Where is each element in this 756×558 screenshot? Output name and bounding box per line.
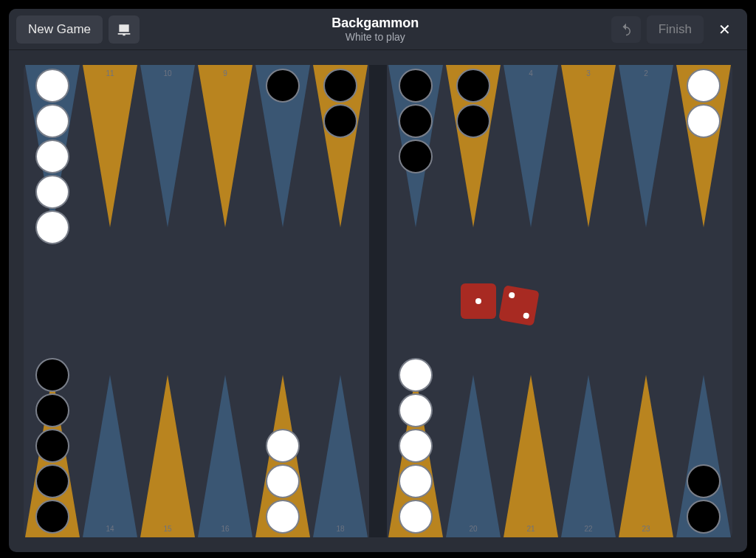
point-triangle [561, 65, 616, 227]
die-1[interactable] [461, 283, 496, 319]
point-5[interactable]: 5 [444, 65, 502, 301]
black-checker[interactable] [456, 69, 490, 103]
window-title: Backgammon [145, 16, 605, 31]
point-18[interactable]: 18 [312, 301, 369, 537]
point-23[interactable]: 23 [617, 301, 675, 537]
point-14[interactable]: 14 [81, 301, 139, 537]
point-11[interactable]: 11 [81, 65, 139, 301]
point-22[interactable]: 22 [560, 301, 617, 537]
board-right-half: 654321 192021222324 [387, 65, 732, 537]
point-triangle [83, 65, 137, 227]
point-1[interactable]: 1 [675, 65, 732, 301]
black-checker[interactable] [35, 464, 69, 498]
point-20[interactable]: 20 [444, 301, 502, 537]
white-checker[interactable] [35, 210, 69, 244]
point-triangle [83, 375, 137, 537]
black-checker[interactable] [323, 69, 357, 103]
black-checker[interactable] [399, 104, 433, 138]
point-2[interactable]: 2 [617, 65, 675, 301]
point-triangle [198, 375, 252, 537]
title-block: Backgammon White to play [145, 16, 605, 44]
white-checker[interactable] [35, 69, 69, 103]
black-checker[interactable] [35, 358, 69, 392]
undo-button[interactable] [611, 16, 641, 43]
black-checker[interactable] [323, 104, 357, 138]
point-12[interactable]: 12 [24, 65, 81, 301]
white-checker[interactable] [266, 464, 300, 498]
home-bottom-row: 192021222324 [387, 301, 732, 537]
window-subtitle: White to play [145, 31, 605, 43]
white-checker[interactable] [266, 500, 300, 534]
point-13[interactable]: 13 [24, 301, 81, 537]
white-checker[interactable] [399, 393, 433, 427]
die-pip [509, 292, 515, 298]
checker-stack [24, 357, 81, 534]
point-16[interactable]: 16 [196, 301, 254, 537]
black-checker[interactable] [35, 393, 69, 427]
white-checker[interactable] [399, 358, 433, 392]
black-checker[interactable] [399, 140, 433, 173]
point-21[interactable]: 21 [502, 301, 560, 537]
point-17[interactable]: 17 [254, 301, 312, 537]
point-19[interactable]: 19 [387, 301, 444, 537]
checker-stack [387, 357, 444, 534]
point-triangle [504, 375, 558, 537]
white-checker[interactable] [399, 464, 433, 498]
point-7[interactable]: 7 [312, 65, 369, 301]
finish-button[interactable]: Finish [647, 16, 704, 44]
point-10[interactable]: 10 [139, 65, 196, 301]
close-icon: ✕ [718, 21, 731, 38]
white-checker[interactable] [399, 429, 433, 463]
board-container: 121110987 131415161718 654321 1920212223… [9, 50, 747, 552]
black-checker[interactable] [35, 500, 69, 534]
backgammon-board: 121110987 131415161718 654321 1920212223… [24, 65, 732, 537]
point-9[interactable]: 9 [196, 65, 254, 301]
checker-stack [312, 68, 369, 139]
outer-top-row: 121110987 [24, 65, 369, 301]
point-15[interactable]: 15 [139, 301, 196, 537]
home-top-row: 654321 [387, 65, 732, 301]
ai-player-button[interactable] [109, 16, 140, 44]
die-pip [523, 312, 529, 319]
point-6[interactable]: 6 [387, 65, 444, 301]
black-checker[interactable] [687, 500, 721, 534]
app-window: New Game Backgammon White to play Finish… [9, 9, 747, 552]
white-checker[interactable] [35, 140, 69, 173]
point-triangle [619, 65, 673, 227]
white-checker[interactable] [687, 104, 721, 138]
titlebar: New Game Backgammon White to play Finish… [9, 9, 747, 50]
black-checker[interactable] [687, 464, 721, 498]
white-checker[interactable] [687, 69, 721, 103]
point-triangle [140, 375, 195, 537]
board-bar [369, 65, 387, 537]
close-button[interactable]: ✕ [709, 15, 740, 44]
checker-stack [254, 428, 312, 534]
point-triangle [619, 375, 673, 537]
checker-stack [254, 68, 312, 103]
new-game-button[interactable]: New Game [16, 16, 103, 44]
dice-area[interactable] [461, 283, 537, 319]
checker-stack [387, 68, 444, 174]
point-8[interactable]: 8 [254, 65, 312, 301]
checker-stack [444, 68, 502, 139]
board-left-half: 121110987 131415161718 [24, 65, 369, 537]
computer-icon [117, 22, 131, 37]
point-4[interactable]: 4 [502, 65, 560, 301]
white-checker[interactable] [266, 429, 300, 463]
point-24[interactable]: 24 [675, 301, 732, 537]
checker-stack [675, 464, 732, 534]
white-checker[interactable] [35, 104, 69, 138]
black-checker[interactable] [399, 69, 433, 103]
die-pip [475, 298, 481, 304]
black-checker[interactable] [35, 429, 69, 463]
white-checker[interactable] [399, 500, 433, 534]
white-checker[interactable] [35, 175, 69, 209]
die-2[interactable] [498, 285, 540, 326]
black-checker[interactable] [266, 69, 300, 103]
undo-icon [619, 23, 633, 36]
point-3[interactable]: 3 [560, 65, 617, 301]
point-triangle [313, 375, 368, 537]
checker-stack [675, 68, 732, 139]
point-triangle [504, 65, 558, 227]
black-checker[interactable] [456, 104, 490, 138]
